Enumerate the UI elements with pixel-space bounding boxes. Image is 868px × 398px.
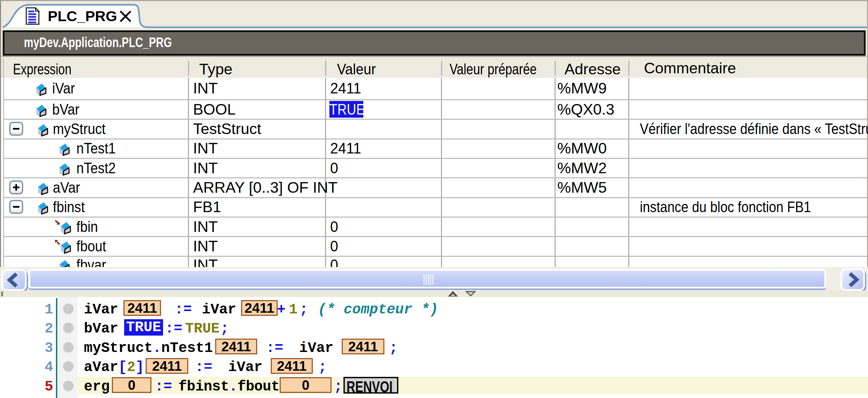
svg-text:PLC_PRG: PLC_PRG xyxy=(48,8,117,24)
